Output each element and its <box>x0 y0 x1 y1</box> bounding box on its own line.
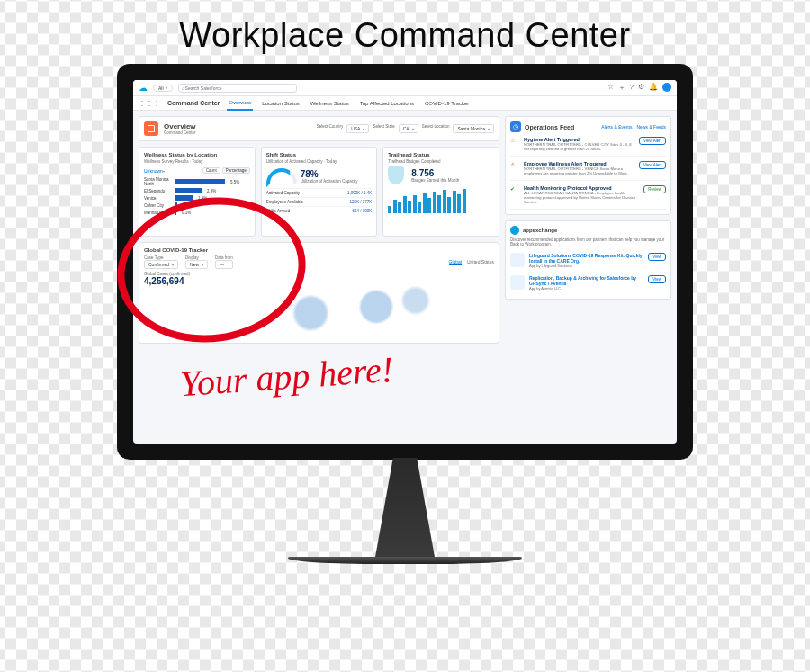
covid-tab-global[interactable]: Global <box>449 259 462 265</box>
toggle-count[interactable]: Count <box>202 167 220 174</box>
wellness-row-bar <box>176 210 176 215</box>
tab-overview[interactable]: Overview <box>227 96 253 111</box>
ops-alert: ⚠ Employee Wellness Alert Triggered NORT… <box>510 157 666 181</box>
monitor-stand <box>356 458 454 557</box>
trailhead-card: Trailhead Status Trailhead Badges Comple… <box>382 147 500 237</box>
ops-link-alerts[interactable]: Alerts & Events <box>601 124 632 130</box>
tab-top-affected[interactable]: Top Affected Locations <box>358 97 416 110</box>
appexchange-card: appexchange Discover recommended applica… <box>505 220 671 300</box>
monitor-frame: ☁ All ⌕ ☆ ＋ ? ⚙ 🔔 ⋮⋮⋮ Command Center Ove… <box>117 64 693 460</box>
cases-value: 4,256,694 <box>144 276 225 286</box>
wellness-row-value: 0.2% <box>183 203 192 208</box>
search-input[interactable] <box>185 85 293 91</box>
appexchange-view-button[interactable]: View <box>648 253 666 261</box>
spark-bar <box>437 195 441 213</box>
app-launcher-icon[interactable]: ⋮⋮⋮ <box>139 99 160 107</box>
trailhead-badge-icon <box>388 166 404 184</box>
global-header: ☁ All ⌕ ☆ ＋ ? ⚙ 🔔 <box>133 80 677 96</box>
wellness-card: Wellness Status by Location Wellness Sur… <box>139 147 256 237</box>
appexchange-view-button[interactable]: View <box>648 275 666 283</box>
setup-gear-icon[interactable]: ⚙ <box>638 83 644 93</box>
spark-bar <box>443 190 446 213</box>
alert-warn-icon: ⚠ <box>510 137 519 146</box>
alert-action-button[interactable]: View Alert <box>639 161 666 169</box>
alert-action-button[interactable]: View Alert <box>639 137 666 145</box>
trailhead-value: 8,756 <box>411 168 459 178</box>
wellness-row-value: 1.9% <box>198 196 207 201</box>
tab-location-status[interactable]: Location Status <box>260 97 301 110</box>
appexchange-item-title: Replication, Backup & Archiving for Sale… <box>529 275 644 286</box>
wellness-row-value: 2.9% <box>207 189 216 193</box>
wellness-row: Culver City 0.2% <box>144 202 250 208</box>
wellness-row: El Segundo 2.9% <box>144 188 250 193</box>
spark-bar <box>428 198 431 213</box>
appexchange-item-sub: App by Aventia LLC <box>529 286 644 291</box>
wellness-filter-dropdown[interactable]: Unknown <box>144 168 165 174</box>
toggle-percentage[interactable]: Percentage <box>222 167 250 174</box>
global-search[interactable]: ⌕ <box>178 84 297 93</box>
spark-bar <box>398 202 401 213</box>
location-select[interactable]: Santa Monica <box>453 124 494 133</box>
help-icon[interactable]: ? <box>630 83 634 93</box>
covid-tracker-card: Global COVID-19 Tracker Case Type Confir… <box>139 242 500 344</box>
country-label: Select Country <box>317 124 344 133</box>
scope-dropdown[interactable]: All <box>153 85 173 92</box>
trailhead-label: Badges Earned this Month <box>411 178 459 183</box>
operations-title: Operations Feed <box>525 124 574 130</box>
spark-bar <box>403 196 407 213</box>
tab-covid-tracker[interactable]: COVID-19 Tracker <box>423 97 471 110</box>
tab-wellness-status[interactable]: Wellness Status <box>309 97 351 110</box>
wellness-row-bar <box>176 202 177 208</box>
appexchange-item: Replication, Backup & Archiving for Sale… <box>510 272 666 294</box>
spark-bar <box>433 192 436 213</box>
trailhead-subtitle: Trailhead Badges Completed <box>388 159 494 164</box>
trailhead-sparkline <box>388 188 494 213</box>
wellness-row: Venice 1.9% <box>144 195 250 201</box>
date-select[interactable]: — <box>215 260 233 269</box>
wellness-row-label: Santa Monica North <box>144 177 173 186</box>
wellness-row-value: 5.5% <box>230 180 239 184</box>
state-label: Select State <box>373 124 394 133</box>
spark-bar <box>393 200 397 213</box>
kv2-k: Shifts Arrived <box>266 209 291 213</box>
alert-action-button[interactable]: Review <box>644 185 666 193</box>
kv2-v: 624 / 100K <box>353 209 373 213</box>
covid-tab-us[interactable]: United States <box>467 259 494 265</box>
favorite-icon[interactable]: ☆ <box>608 83 614 93</box>
appexchange-item-icon <box>510 253 525 267</box>
notifications-icon[interactable]: 🔔 <box>649 83 658 93</box>
overview-header-card: Overview Command Center Select Country U… <box>139 116 500 141</box>
utilization-value: 78% <box>301 169 358 179</box>
wellness-subtitle: Wellness Survey Results · Today <box>144 159 217 164</box>
spark-bar <box>408 201 411 213</box>
salesforce-cloud-icon: ☁ <box>139 83 148 93</box>
appexchange-item-sub: App by Lifeguard Solutions <box>529 264 644 268</box>
spark-bar <box>413 195 417 213</box>
add-icon[interactable]: ＋ <box>618 83 626 93</box>
spark-bar <box>463 189 466 213</box>
display-select[interactable]: New <box>185 260 208 269</box>
state-select[interactable]: CA <box>399 124 418 133</box>
case-type-select[interactable]: Confirmed <box>144 260 178 269</box>
avatar[interactable] <box>662 83 671 92</box>
page-title: Workplace Command Center <box>0 0 810 64</box>
wellness-row-label: Venice <box>144 196 173 201</box>
spark-bar <box>457 194 461 213</box>
spark-bar <box>423 193 427 213</box>
wellness-bars: Santa Monica North 5.5%El Segundo 2.9%Ve… <box>144 177 250 215</box>
operations-icon: ◷ <box>510 121 521 132</box>
covid-map[interactable] <box>232 275 494 338</box>
alert-desc: ALL LOCATIONS NEAR SANTA MONICA - Employ… <box>524 191 639 204</box>
trailhead-title: Trailhead Status <box>388 152 494 157</box>
ops-link-news[interactable]: News & Feeds <box>636 124 666 130</box>
country-select[interactable]: USA <box>346 124 369 133</box>
ops-alert: ⚠ Hygiene Alert Triggered NORTHERN TRAIL… <box>510 132 666 157</box>
wellness-row-bar <box>176 188 202 193</box>
overview-icon <box>144 121 158 136</box>
utilization-gauge <box>266 168 297 184</box>
alert-desc: NORTHERN TRAIL OUTFITTERS - CULVER CITY … <box>524 142 634 151</box>
utilization-label: Utilization of Activation Capacity <box>301 179 358 184</box>
alert-ok-icon: ✔ <box>510 185 519 194</box>
appexchange-blurb: Discover recommended applications from o… <box>510 237 666 246</box>
wellness-row-label: Culver City <box>144 203 173 208</box>
